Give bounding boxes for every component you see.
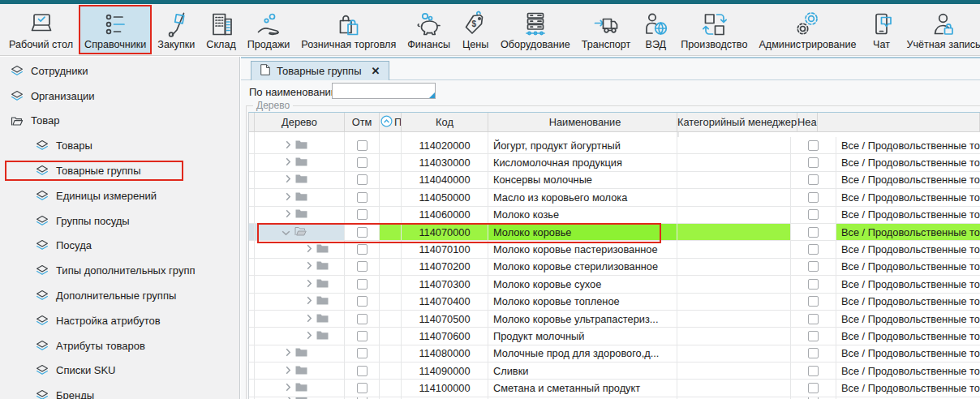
sidebar-item-attribute-setup[interactable]: Настройка атрибутов (0, 308, 239, 333)
sidebar-item-additional-groups[interactable]: Дополнительные группы (0, 283, 239, 308)
toolbar-item-administration[interactable]: Администрирование (753, 5, 862, 54)
chevron-right-icon[interactable] (307, 243, 312, 255)
tree-cell[interactable] (255, 241, 345, 257)
inactive-checkbox[interactable] (808, 140, 819, 151)
toolbar-item-production[interactable]: Производство (675, 5, 753, 54)
column-header-gutter[interactable] (249, 113, 255, 131)
inactive-checkbox[interactable] (808, 383, 819, 393)
toolbar-item-directories[interactable]: Справочники (79, 5, 152, 54)
close-icon[interactable]: ✕ (372, 65, 380, 77)
inactive-checkbox[interactable] (808, 157, 819, 168)
toolbar-item-desktop[interactable]: Рабочий стол (3, 5, 79, 54)
sidebar-item-dishware-groups[interactable]: Группы посуды (0, 208, 239, 234)
chevron-down-icon[interactable] (282, 226, 290, 238)
sort-ascending-icon[interactable] (380, 115, 393, 130)
tree-cell[interactable] (255, 363, 345, 379)
table-row[interactable]: 114090000СливкиВсе / Продовольственные т… (249, 363, 980, 380)
toolbar-item-account[interactable]: Учётная запись (901, 5, 980, 54)
toolbar-item-sales[interactable]: Продажи (242, 5, 296, 54)
mark-checkbox[interactable] (357, 366, 368, 376)
table-row[interactable]: 114060000Молоко козьеВсе / Продовольстве… (249, 207, 980, 224)
chevron-right-icon[interactable] (307, 260, 312, 272)
toolbar-item-ved[interactable]: ВЭД (636, 5, 675, 54)
tree-cell[interactable] (255, 380, 345, 396)
column-header-name[interactable]: Наименование (488, 113, 677, 131)
chevron-right-icon[interactable] (307, 278, 312, 290)
inactive-checkbox[interactable] (808, 192, 819, 203)
tree-cell[interactable] (255, 345, 345, 362)
sidebar-item-dishware[interactable]: Посуда (0, 234, 239, 259)
toolbar-item-transport[interactable]: Транспорт (576, 5, 637, 54)
column-header-code[interactable]: Код (402, 113, 488, 131)
table-row[interactable]: 114070500Молоко коровье ультрапастериз..… (249, 311, 980, 328)
tab-goods-groups[interactable]: Товарные группы ✕ (251, 61, 389, 80)
tree-cell[interactable] (255, 154, 345, 170)
column-header-pos[interactable]: П (380, 113, 402, 131)
chevron-right-icon[interactable] (286, 347, 291, 359)
table-row[interactable]: 114050000Масло из коровьего молокаВсе / … (249, 189, 980, 206)
chevron-right-icon[interactable] (286, 139, 291, 152)
table-row[interactable]: 114100000Сметана и сметанный продуктВсе … (249, 380, 980, 397)
toolbar-item-warehouse[interactable]: Склад (200, 5, 241, 54)
sidebar-item-sku-lists[interactable]: Списки SKU (0, 358, 239, 384)
column-header-inactive[interactable]: Неа (797, 113, 817, 131)
sidebar-item-units[interactable]: Единицы измерений (0, 183, 239, 208)
tree-cell[interactable] (255, 207, 345, 223)
table-row[interactable]: 114070200Молоко коровье стерилизованноеВ… (249, 259, 980, 276)
chevron-right-icon[interactable] (286, 382, 291, 394)
inactive-checkbox[interactable] (808, 348, 819, 358)
column-header-tree[interactable]: Дерево (255, 113, 345, 131)
mark-checkbox[interactable] (357, 192, 368, 203)
table-row[interactable]: 114080000Молочные прод для здорового,д..… (249, 345, 980, 363)
sidebar-item-goods[interactable]: Товар (0, 109, 239, 134)
chevron-right-icon[interactable] (286, 365, 291, 377)
table-row[interactable]: 114030000Кисломолочная продукцияВсе / Пр… (249, 154, 980, 171)
inactive-checkbox[interactable] (808, 261, 819, 272)
tree-cell[interactable] (255, 189, 345, 205)
table-row-selected[interactable]: 114070000Молоко коровьеВсе / Продовольст… (249, 224, 980, 241)
table-row[interactable]: 114070300Молоко коровье сухоеВсе / Продо… (249, 276, 980, 293)
chevron-right-icon[interactable] (307, 313, 312, 325)
table-row[interactable]: 114020000Йогурт, продукт йогуртныйВсе / … (249, 137, 980, 154)
table-row[interactable]: 114040000Консервы молочныеВсе / Продовол… (249, 172, 980, 189)
tree-cell[interactable] (255, 137, 345, 153)
mark-checkbox[interactable] (357, 331, 368, 341)
inactive-checkbox[interactable] (808, 314, 819, 324)
column-header-path[interactable] (818, 113, 980, 131)
inactive-checkbox[interactable] (808, 366, 819, 376)
mark-checkbox[interactable] (357, 314, 368, 324)
mark-checkbox[interactable] (357, 348, 368, 358)
tree-cell[interactable] (255, 328, 345, 344)
tree-cell[interactable] (255, 172, 345, 188)
inactive-checkbox[interactable] (808, 331, 819, 341)
filter-by-name-input[interactable] (332, 83, 436, 99)
sidebar-item-additional-group-types[interactable]: Типы дополнительных групп (0, 258, 239, 283)
sidebar-item-employees[interactable]: Сотрудники (0, 58, 239, 84)
sidebar-item-product-attributes[interactable]: Атрибуты товаров (0, 333, 239, 358)
sidebar-item-organizations[interactable]: Организации (0, 84, 239, 109)
column-header-mark[interactable]: Отм (345, 113, 380, 131)
column-header-manager[interactable]: Категорийный менеджер (677, 113, 797, 131)
toolbar-item-retail[interactable]: Розничная торговля (295, 5, 402, 54)
toolbar-item-prices[interactable]: $Цены (456, 5, 495, 54)
inactive-checkbox[interactable] (808, 227, 819, 238)
mark-checkbox[interactable] (357, 209, 368, 220)
tree-cell[interactable] (255, 224, 345, 240)
tree-cell[interactable] (255, 276, 345, 292)
tree-cell[interactable] (255, 294, 345, 310)
toolbar-item-finance[interactable]: Финансы (402, 5, 456, 54)
mark-checkbox[interactable] (357, 244, 368, 255)
inactive-checkbox[interactable] (808, 174, 819, 185)
mark-checkbox[interactable] (357, 279, 368, 290)
mark-checkbox[interactable] (357, 157, 368, 168)
table-row[interactable]: 114070600Продукт молочныйВсе / Продоволь… (249, 328, 980, 345)
chevron-right-icon[interactable] (286, 174, 291, 186)
chevron-right-icon[interactable] (286, 208, 291, 221)
inactive-checkbox[interactable] (808, 244, 819, 255)
chevron-right-icon[interactable] (307, 330, 312, 342)
tree-cell[interactable] (255, 311, 345, 327)
mark-checkbox[interactable] (357, 140, 368, 151)
sidebar-item-products[interactable]: Товары (0, 133, 239, 158)
toolbar-item-equipment[interactable]: Оборудование (495, 5, 576, 54)
tree-cell[interactable] (255, 259, 345, 275)
